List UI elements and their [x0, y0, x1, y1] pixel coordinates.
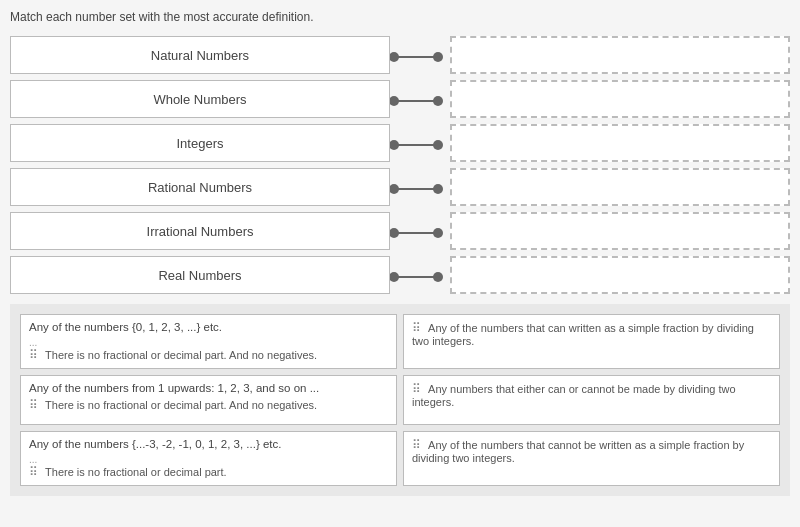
- connector-integers: [390, 126, 450, 164]
- connector-irrational: [390, 214, 450, 252]
- svg-point-17: [433, 272, 443, 282]
- terms-column: Natural Numbers Whole Numbers Integers R…: [10, 36, 390, 296]
- answer-card-4[interactable]: ⠿ Any numbers that either can or cannot …: [403, 375, 780, 425]
- drag-icon-1: ⠿: [29, 348, 38, 362]
- svg-point-8: [433, 140, 443, 150]
- def-slot-4[interactable]: [450, 168, 790, 206]
- drag-icon-5: ⠿: [29, 465, 38, 479]
- term-real[interactable]: Real Numbers: [10, 256, 390, 294]
- term-irrational[interactable]: Irrational Numbers: [10, 212, 390, 250]
- term-integers[interactable]: Integers: [10, 124, 390, 162]
- svg-point-4: [390, 96, 399, 106]
- svg-point-10: [390, 184, 399, 194]
- answer-card-3[interactable]: Any of the numbers from 1 upwards: 1, 2,…: [20, 375, 397, 425]
- answer-sub-3: ⠿ There is no fractional or decimal part…: [29, 398, 388, 412]
- svg-point-14: [433, 228, 443, 238]
- connector-natural: [390, 38, 450, 76]
- svg-point-13: [390, 228, 399, 238]
- answer-card-1[interactable]: Any of the numbers {0, 1, 2, 3, ...} etc…: [20, 314, 397, 369]
- def-slot-3[interactable]: [450, 124, 790, 162]
- connector-whole: [390, 82, 450, 120]
- term-whole[interactable]: Whole Numbers: [10, 80, 390, 118]
- answer-bank: Any of the numbers {0, 1, 2, 3, ...} etc…: [10, 304, 790, 496]
- instructions: Match each number set with the most accu…: [10, 10, 790, 24]
- def-slot-5[interactable]: [450, 212, 790, 250]
- answer-sub-5: ⠿ There is no fractional or decimal part…: [29, 465, 388, 479]
- definitions-column: [450, 36, 790, 296]
- svg-point-16: [390, 272, 399, 282]
- term-natural[interactable]: Natural Numbers: [10, 36, 390, 74]
- answer-card-5[interactable]: Any of the numbers {...-3, -2, -1, 0, 1,…: [20, 431, 397, 486]
- answer-card-2[interactable]: ⠿ Any of the numbers that can written as…: [403, 314, 780, 369]
- svg-point-11: [433, 184, 443, 194]
- answer-dots-5: ...: [29, 454, 388, 465]
- drag-icon-4: ⠿: [412, 382, 421, 396]
- connector-rational: [390, 170, 450, 208]
- term-rational[interactable]: Rational Numbers: [10, 168, 390, 206]
- answer-sub-4: ⠿ Any numbers that either can or cannot …: [412, 382, 771, 408]
- answer-sub-6: ⠿ Any of the numbers that cannot be writ…: [412, 438, 771, 464]
- answer-sub-2: ⠿ Any of the numbers that can written as…: [412, 321, 771, 347]
- answer-main-5: Any of the numbers {...-3, -2, -1, 0, 1,…: [29, 438, 388, 450]
- answer-main-3: Any of the numbers from 1 upwards: 1, 2,…: [29, 382, 388, 394]
- svg-point-7: [390, 140, 399, 150]
- answer-card-6[interactable]: ⠿ Any of the numbers that cannot be writ…: [403, 431, 780, 486]
- answer-main-1: Any of the numbers {0, 1, 2, 3, ...} etc…: [29, 321, 388, 333]
- drag-icon-3: ⠿: [29, 398, 38, 412]
- def-slot-6[interactable]: [450, 256, 790, 294]
- answer-dots-1: ...: [29, 337, 388, 348]
- svg-point-5: [433, 96, 443, 106]
- connectors-column: [390, 36, 450, 296]
- answer-sub-1: ⠿ There is no fractional or decimal part…: [29, 348, 388, 362]
- drag-icon-2: ⠿: [412, 321, 421, 335]
- svg-point-1: [390, 52, 399, 62]
- svg-point-2: [433, 52, 443, 62]
- connector-real: [390, 258, 450, 296]
- def-slot-1[interactable]: [450, 36, 790, 74]
- drag-icon-6: ⠿: [412, 438, 421, 452]
- def-slot-2[interactable]: [450, 80, 790, 118]
